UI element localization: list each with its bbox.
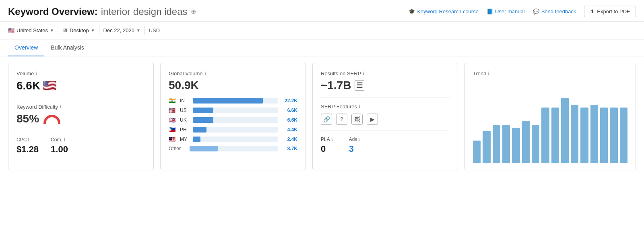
kd-label: Keyword Difficulty ℹ [17,104,145,110]
trend-bar-column [561,86,569,163]
pla-info-icon[interactable]: ℹ [331,137,333,142]
trend-label: Trend ℹ [473,70,627,77]
trend-bar-column [541,86,549,163]
serp-info-icon[interactable]: ℹ [363,71,364,76]
link-icon: 🔗 [321,114,332,125]
trend-bar-column [473,86,481,163]
cards-container: Volume ℹ 6.6K 🇺🇸 Keyword Difficulty ℹ 85… [0,63,644,178]
com-info-icon[interactable]: ℹ [64,137,65,143]
tabs-bar: Overview Bulk Analysis [0,39,644,56]
title-area: Keyword Overview: interior design ideas … [8,6,196,17]
trend-bar [483,131,490,163]
cpc-com-row: CPC ℹ $1.28 Com. ℹ 1.00 [17,137,145,155]
bar-fill [193,108,213,113]
country-code: US [180,108,190,113]
serp-label: Results on SERP ℹ [321,70,450,77]
trend-bar-column [532,86,539,163]
bar-fill [193,127,206,133]
kd-info-icon[interactable]: ℹ [60,104,61,110]
country-code: MY [180,137,190,142]
tab-bulk-analysis[interactable]: Bulk Analysis [44,39,90,56]
trend-bar [502,125,510,163]
trend-bar-column [522,86,530,163]
country-flag-icon: 🇲🇾 [169,136,177,143]
bar-fill [193,137,200,142]
country-value: 4.4K [281,127,297,133]
page-title-keyword: interior design ideas [101,6,188,17]
trend-bar-column [600,86,608,163]
trend-bar [620,108,627,163]
pla-ads-row: PLA ℹ 0 Ads ℹ 3 [321,137,450,154]
trend-bar-column [580,86,588,163]
cpc-section: CPC ℹ $1.28 [17,137,39,155]
trend-bar [600,108,608,163]
serp-features-info-icon[interactable]: ℹ [359,104,360,109]
export-pdf-button[interactable]: ⬆ Export to PDF [584,6,636,17]
trend-bar [590,105,598,163]
other-bar-fill [190,146,218,151]
trend-bar [571,105,578,163]
trend-bar-column [502,86,510,163]
cpc-info-icon[interactable]: ℹ [28,137,29,143]
country-row: 🇲🇾 MY 2.4K [169,136,297,143]
add-keyword-icon[interactable]: ⊕ [191,8,196,15]
trend-bar [493,125,500,163]
date-filter[interactable]: Dec 22, 2020 ▼ [99,26,145,35]
serp-value-row: ~1.7B ☰ [321,79,450,92]
user-manual-link[interactable]: 📘 User manual [487,8,525,14]
play-icon: ▶ [367,114,378,125]
other-value: 8.7K [281,146,297,151]
country-flag-icon: 🇺🇸 [8,27,14,33]
trend-bar-column [610,86,617,163]
bar-background [193,127,278,133]
trend-chart [473,82,627,163]
question-icon: ? [336,114,347,125]
other-bar-background [190,146,278,151]
device-filter[interactable]: 🖥 Desktop ▼ [58,26,99,35]
country-row: 🇵🇭 PH 4.4K [169,126,297,133]
course-icon: 🎓 [409,8,415,14]
bar-fill [193,117,213,123]
date-chevron-icon: ▼ [136,28,140,33]
country-flag-icon: 🇺🇸 [169,107,177,114]
trend-bar [551,108,559,163]
ads-info-icon[interactable]: ℹ [358,137,360,142]
country-code: IN [180,98,190,104]
serp-document-icon: ☰ [355,80,364,91]
volume-label: Volume ℹ [17,70,145,77]
tab-overview[interactable]: Overview [8,39,44,56]
manual-icon: 📘 [487,8,493,14]
trend-card: Trend ℹ [464,63,636,170]
pla-label: PLA ℹ [321,137,333,142]
trend-bar-column [483,86,490,163]
country-value: 6.6K [281,117,297,123]
page-title-static: Keyword Overview: [8,6,98,17]
trend-bar [541,108,549,163]
global-volume-card: Global Volume ℹ 50.9K 🇮🇳 IN 22.2K 🇺🇸 US … [160,63,306,170]
trend-bar [610,108,617,163]
kd-value-row: 85% [17,112,145,125]
keyword-research-course-link[interactable]: 🎓 Keyword Research course [409,8,478,14]
us-flag-icon: 🇺🇸 [43,79,57,92]
image-icon: 🖼 [351,114,363,125]
bar-background [193,117,278,123]
trend-bar-column [493,86,500,163]
country-code: PH [180,127,190,133]
country-filter[interactable]: 🇺🇸 United States ▼ [8,26,58,35]
trend-bar [512,128,520,163]
send-feedback-link[interactable]: 💬 Send feedback [533,8,576,14]
country-value: 2.4K [281,137,297,142]
trend-bar [473,141,481,163]
global-volume-info-icon[interactable]: ℹ [204,71,206,76]
trend-info-icon[interactable]: ℹ [488,71,489,76]
other-label-placeholder: Other [169,146,186,151]
country-value: 6.6K [281,108,297,113]
header-actions: 🎓 Keyword Research course 📘 User manual … [409,6,636,17]
serp-feature-icons: 🔗 ? 🖼 ▶ [321,114,450,125]
page-header: Keyword Overview: interior design ideas … [0,0,644,22]
country-code: UK [180,117,190,123]
serp-features-label: SERP Features ℹ [321,104,450,110]
pla-value: 0 [321,144,333,154]
pla-section: PLA ℹ 0 [321,137,333,154]
volume-info-icon[interactable]: ℹ [35,71,37,76]
